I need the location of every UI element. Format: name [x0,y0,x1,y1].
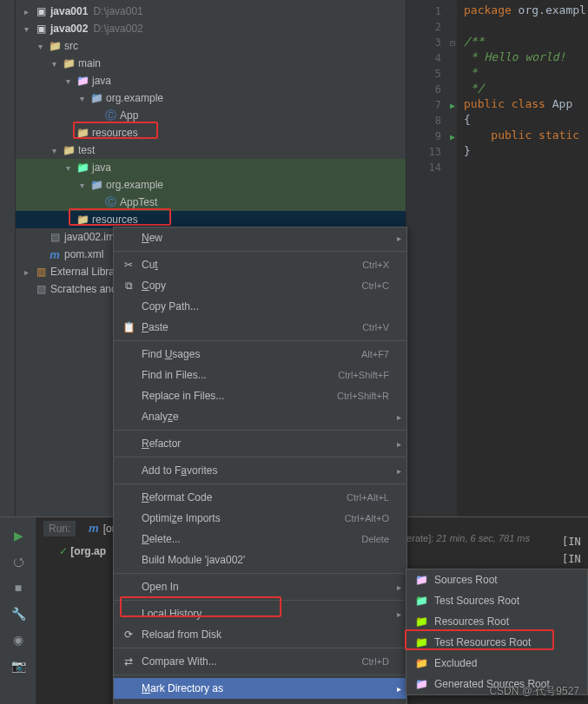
code-text: App [545,97,572,110]
submenu-test-resources-root[interactable]: Test Resources Root [406,632,587,653]
run-button[interactable]: ▶ [0,523,36,549]
code-area[interactable]: package org.exampl /** * Hello world! * … [457,0,588,516]
package-icon [89,91,103,105]
settings-button[interactable]: 🔧 [0,601,36,627]
menu-refactor[interactable]: Refactor▸ [114,433,406,454]
submenu-test-sources-root[interactable]: Test Sources Root [406,590,587,611]
chevron-right-icon[interactable] [21,7,31,16]
menu-favorites[interactable]: Add to Favorites▸ [114,460,406,481]
tree-row[interactable]: resources [16,124,406,141]
menu-local-history[interactable]: Local History▸ [114,603,406,624]
editor[interactable]: 1 2 3⊟ 4 5 6 7▶ 8 9▶ 13 14 package org.e… [406,0,588,516]
chevron-down-icon[interactable] [76,94,87,103]
fold-icon[interactable]: ⊟ [450,38,455,48]
menu-paste[interactable]: 📋PasteCtrl+V [114,317,406,338]
menu-separator [114,674,406,675]
menu-separator [114,340,406,341]
chevron-down-icon[interactable] [63,76,73,86]
line-num: 4 [435,52,441,64]
shortcut: Delete [361,534,389,544]
chevron-down-icon[interactable] [63,163,73,173]
copy-icon: ⧉ [121,280,136,292]
run-gutter-icon[interactable]: ▶ [450,132,455,141]
scratch-label: Scratches and [50,283,117,295]
code-comment: */ [464,82,484,95]
tree-row[interactable]: java [16,159,406,176]
menu-remove-bom[interactable]: Remove BOM [114,699,406,704]
chevron-right-icon: ▸ [397,609,401,619]
chevron-down-icon[interactable] [49,146,59,155]
chevron-right-icon: ▸ [397,439,401,449]
submenu-excluded[interactable]: Excluded [406,653,587,674]
menu-build[interactable]: Build Module 'java002' [114,549,406,570]
context-menu[interactable]: New▸ ✂CutCtrl+X ⧉CopyCtrl+C Copy Path...… [113,227,407,704]
project-label: java001 [50,5,88,17]
chevron-down-icon[interactable] [35,42,45,51]
run-status: [org.ap [70,545,106,557]
chevron-down-icon[interactable] [76,181,87,190]
shortcut: Ctrl+C [362,280,389,291]
submenu-sources-root[interactable]: Sources Root [406,569,587,590]
line-num: 5 [435,68,441,80]
run-gutter-icon[interactable]: ▶ [450,101,455,110]
menu-delete[interactable]: Delete...Delete [114,529,406,549]
tree-row[interactable]: java001 D:\java001 [16,3,406,20]
menu-reload[interactable]: ⟳Reload from Disk [114,624,406,645]
menu-separator [114,573,406,574]
submenu-resources-root[interactable]: Resources Root [406,611,587,632]
shortcut: Ctrl+D [362,656,389,667]
tree-row-selected[interactable]: resources [16,211,406,228]
excluded-folder-icon [413,657,429,669]
debug-button[interactable]: ⭯ [0,549,36,575]
view-button[interactable]: ◉ [0,627,36,653]
line-num: 7 [435,99,441,111]
menu-cut[interactable]: ✂CutCtrl+X [114,254,406,275]
code-text: org.exampl [512,3,586,16]
project-path: D:\java002 [93,23,142,35]
generate-hint: nerate]: 21 min, 6 sec, 781 ms [401,533,530,543]
project-label: java002 [50,23,88,35]
menu-reformat[interactable]: Reformat CodeCtrl+Alt+L [114,487,406,508]
menu-optimize[interactable]: Optimize ImportsCtrl+Alt+O [114,508,406,529]
tree-row[interactable]: src [16,37,406,55]
shortcut: Ctrl+Shift+F [338,370,389,380]
tree-row[interactable]: org.example [16,89,406,107]
tree-row[interactable]: test [16,141,406,159]
tree-row[interactable]: org.example [16,176,406,194]
tree-row[interactable]: main [16,55,406,72]
code-kw: package [464,3,512,16]
menu-separator [114,600,406,601]
shortcut: Ctrl+Alt+L [347,492,389,503]
chevron-right-icon[interactable] [21,267,31,277]
menu-open-in[interactable]: Open In▸ [114,576,406,597]
tree-row[interactable]: AppTest [16,194,406,211]
chevron-down-icon[interactable] [21,24,31,34]
menu-compare[interactable]: ⇄Compare With...Ctrl+D [114,651,406,672]
menu-new[interactable]: New▸ [114,227,406,248]
tree-row[interactable]: java002 D:\java002 [16,20,406,37]
line-num: 6 [435,83,441,95]
menu-analyze[interactable]: Analyze▸ [114,406,406,427]
menu-find-usages[interactable]: Find UsagesAlt+F7 [114,344,406,365]
folder-icon [76,126,89,140]
tree-row[interactable]: App [16,107,406,124]
folder-icon [62,56,76,70]
paste-icon: 📋 [121,321,136,333]
submenu-mark-directory[interactable]: Sources Root Test Sources Root Resources… [406,569,588,695]
menu-copy-path[interactable]: Copy Path... [114,296,406,317]
chevron-down-icon[interactable] [49,59,59,69]
camera-button[interactable]: 📷 [0,653,36,679]
test-folder-icon [76,161,89,174]
menu-copy[interactable]: ⧉CopyCtrl+C [114,275,406,296]
folder-label: main [78,57,101,69]
menu-find-files[interactable]: Find in Files...Ctrl+Shift+F [114,365,406,385]
stop-button[interactable]: ■ [0,575,36,601]
tree-row[interactable]: java [16,72,406,89]
class-icon [103,109,117,122]
package-icon [89,178,103,192]
menu-mark-directory[interactable]: Mark Directory as▸ [114,678,406,699]
scratch-icon [34,282,48,296]
module-icon [34,4,48,18]
menu-replace-files[interactable]: Replace in Files...Ctrl+Shift+R [114,385,406,406]
resources-folder-icon [413,615,429,628]
